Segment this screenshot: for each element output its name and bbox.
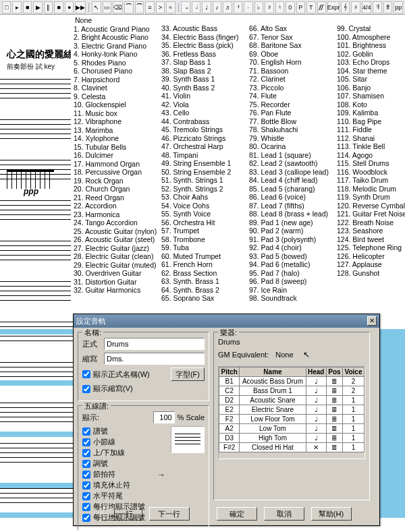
new-button[interactable]: □ [2,1,11,13]
stop-button[interactable]: ■ [54,1,63,13]
close-icon[interactable]: ✕ [367,316,377,326]
time-button[interactable]: 4/4 [362,1,372,13]
instrument-item[interactable]: 18. Percussive Organ [74,168,160,177]
instrument-item[interactable]: 5. Rhodes Piano [74,59,160,67]
fullname-input[interactable] [104,338,205,350]
staff-opt-checkbox[interactable] [82,460,90,468]
pitch-cell[interactable]: B1 [219,377,240,386]
pitch-row[interactable]: E2Electric Snare♩≣1 [219,405,364,415]
ff-button[interactable]: ff [383,1,392,13]
instrument-item[interactable]: 117. Taiko Drum [337,176,403,185]
instrument-item[interactable]: 44. Contrabass [161,117,248,126]
pitch-row[interactable]: F#2Closed Hi Hat✕≣1 [219,443,364,452]
instrument-item[interactable]: 102. Goblin [337,50,403,59]
instrument-item[interactable]: 21. Reed Organ [74,194,160,202]
instrument-item[interactable]: 26. Acoustic Guitar (steel) [74,235,160,244]
instrument-item[interactable]: 66. Alto Sax [249,24,335,33]
instrument-item[interactable]: 41. Violin [161,92,248,100]
accent-button[interactable]: > [156,1,165,13]
note2-button[interactable]: 𝅗𝅥 [192,1,200,13]
pitch-row[interactable]: A2Low Tom♩≣1 [219,424,364,434]
instrument-item[interactable]: 111. Fiddle [337,125,403,134]
name-cell[interactable]: Bass Drum 1 [240,386,306,396]
pitch-col-header[interactable]: Name [240,367,306,377]
pp-button[interactable]: pp [394,1,402,13]
instrument-item[interactable]: 73. Piccolo [249,84,335,92]
font-button[interactable]: 字型(F) [171,367,205,381]
voice-cell[interactable]: 1 [343,424,364,434]
instrument-item[interactable]: 49. String Ensemble 1 [161,159,248,168]
instrument-item[interactable]: 90. Pad 2 (warm) [249,227,335,235]
instrument-item[interactable]: 57. Trumpet [161,227,248,235]
instrument-item[interactable]: 38. Slap Bass 2 [161,67,248,76]
pos-cell[interactable]: ≣ [326,386,342,396]
sharp-button[interactable]: ♯ [265,1,273,13]
instrument-item[interactable]: 76. Pan Flute [249,109,335,117]
instrument-item[interactable]: 47. Orchestral Harp [161,142,248,151]
instrument-item[interactable]: 72. Clarinet [249,75,335,84]
instrument-none[interactable]: None [74,16,160,25]
instrument-item[interactable]: 15. Tubular Bells [74,143,160,152]
erase-button[interactable]: ⌫ [113,1,123,13]
rit-button[interactable]: 𝆑𝆑 [317,1,326,13]
pos-cell[interactable]: ≣ [326,405,342,415]
instrument-item[interactable]: 11. Music box [74,109,160,118]
voice-cell[interactable]: 1 [343,443,364,452]
voice-cell[interactable]: 1 [343,434,364,443]
name-cell[interactable]: Electric Snare [240,405,306,415]
instrument-item[interactable]: 96. Pad 8 (sweep) [249,277,335,286]
name-cell[interactable]: Acoustic Bass Drum [240,377,306,386]
pitch-cell[interactable]: E2 [219,405,240,415]
head-cell[interactable]: ✕ [306,443,326,452]
instrument-item[interactable]: 63. Synth. Brass 1 [161,277,248,286]
pos-cell[interactable]: ≣ [326,377,342,386]
instrument-item[interactable]: 121. Guitar Fret Noise [337,210,403,218]
instrument-item[interactable]: 61. French Horn [161,260,248,269]
instrument-item[interactable]: 40. Synth Bass 2 [161,84,248,92]
instrument-item[interactable]: 30. Overdriven Guitar [74,269,160,278]
instrument-item[interactable]: 83. Lead 3 (calliope lead) [249,168,335,177]
pitch-row[interactable]: B1Acoustic Bass Drum♩≣2 [219,377,364,386]
pitch-row[interactable]: D3High Tom♩≣1 [219,434,364,443]
staff-opt-checkbox[interactable] [82,503,90,511]
play-button[interactable]: ▶ [33,1,42,13]
rest-button[interactable]: 𝄽 [234,1,242,13]
pitch-table-scroll[interactable]: PitchNameHeadPosVoice B1Acoustic Bass Dr… [218,366,365,459]
instrument-item[interactable]: 104. Star theme [337,67,403,76]
trem-button[interactable]: ≈ [166,1,175,13]
instrument-item[interactable]: 29. Electric Guitar (muted) [74,261,160,270]
instrument-item[interactable]: 118. Melodic Drum [337,185,403,194]
key-button[interactable]: ♯ [351,1,360,13]
instrument-item[interactable]: 56. Orchestra Hit [161,218,248,227]
instrument-item[interactable]: 16. Dulcimer [74,151,160,160]
instrument-item[interactable]: 55. Synth Voice [161,210,248,218]
instrument-item[interactable]: 17. Hammond Organ [74,160,160,169]
instrument-item[interactable]: 116. Woodblock [337,168,403,177]
tie-button[interactable]: ⁀ [124,1,133,13]
pos-cell[interactable]: ≣ [326,434,342,443]
pos-cell[interactable]: ≣ [326,443,342,452]
instrument-item[interactable]: 84. Lead 4 (chiff lead) [249,176,335,185]
instrument-item[interactable]: 53. Choir Aahs [161,193,248,202]
pitch-cell[interactable]: D3 [219,434,240,443]
name-cell[interactable]: Low Tom [240,424,306,434]
instrument-item[interactable]: 99. Crystal [337,24,403,33]
instrument-item[interactable]: 2. Bright Acoustic Piano [74,33,160,42]
instrument-item[interactable]: 32. Guitar Harmonics [74,286,160,295]
Expr-button[interactable]: Expr [327,1,340,13]
instrument-item[interactable]: 101. Brightness [337,41,403,50]
instrument-item[interactable]: 80. Ocarina [249,142,335,151]
note1-button[interactable]: 𝅝 [181,1,190,13]
instrument-item[interactable]: 10. Glockenspiel [74,100,160,109]
pos-cell[interactable]: ≣ [326,415,342,424]
instrument-item[interactable]: 12. Vibraphone [74,117,160,126]
pitch-col-header[interactable]: Head [306,367,326,377]
instrument-item[interactable]: 122. Breath Noise [337,218,403,227]
instrument-item[interactable]: 93. Pad 5 (bowed) [249,252,335,261]
instrument-item[interactable]: 126. Helicopter [337,252,403,261]
instrument-item[interactable]: 42. Viola [161,100,248,109]
scale-input[interactable] [153,411,175,423]
instrument-item[interactable]: 88. Lead 8 (brass + lead) [249,210,335,218]
instrument-item[interactable]: 1. Acoustic Grand Piano [74,25,160,34]
head-cell[interactable]: ♩ [306,386,326,396]
